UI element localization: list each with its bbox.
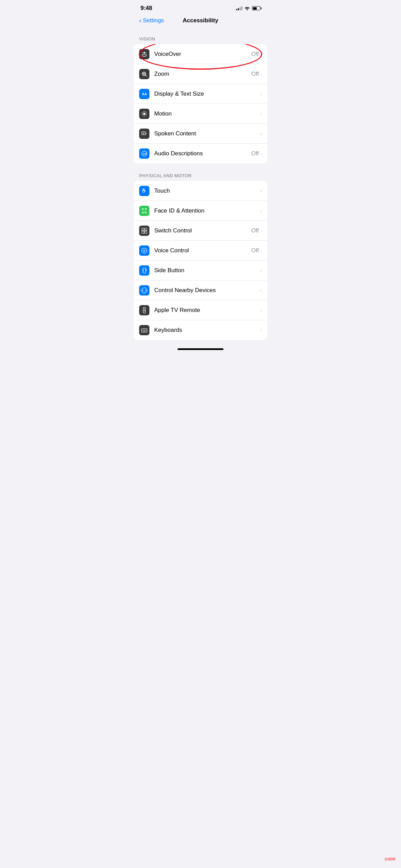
signal-icon (236, 6, 242, 10)
home-indicator (134, 343, 267, 353)
svg-point-29 (144, 309, 145, 310)
zoom-value: Off (251, 71, 259, 77)
spoken-content-row[interactable]: Spoken Content › (134, 124, 267, 144)
wifi-icon (244, 6, 250, 10)
svg-point-17 (143, 210, 144, 211)
back-button[interactable]: ‹ Settings (139, 17, 164, 24)
svg-rect-21 (142, 231, 144, 233)
keyboards-chevron-icon: › (260, 327, 262, 333)
keyboards-label: Keyboards (154, 327, 182, 334)
control-nearby-row[interactable]: Control Nearby Devices › (134, 280, 267, 300)
status-icons (236, 6, 260, 10)
spoken-content-label: Spoken Content (154, 130, 196, 137)
audio-descriptions-icon: AD (139, 148, 149, 159)
svg-rect-15 (142, 212, 143, 213)
switch-control-icon (139, 226, 149, 236)
apple-tv-remote-chevron-icon: › (260, 308, 262, 313)
svg-point-0 (144, 52, 145, 53)
vision-section-label: VISION (134, 29, 267, 44)
voice-control-row[interactable]: Voice Control Off › (134, 241, 267, 261)
nav-bar: ‹ Settings Accessibility (134, 14, 267, 29)
face-id-icon (139, 206, 149, 216)
face-id-row[interactable]: Face ID & Attention › (134, 201, 267, 221)
svg-rect-22 (145, 231, 147, 233)
keyboards-icon (139, 325, 149, 335)
voiceover-label: VoiceOver (154, 51, 181, 58)
svg-line-2 (145, 75, 147, 76)
audio-descriptions-row[interactable]: AD Audio Descriptions Off › (134, 144, 267, 164)
svg-rect-19 (142, 228, 144, 230)
back-label: Settings (143, 17, 164, 24)
side-button-icon (139, 265, 149, 276)
switch-control-value: Off (251, 227, 259, 234)
control-nearby-icon (139, 285, 149, 296)
vision-group: VoiceOver Off › Zoom Off › (134, 44, 267, 164)
control-nearby-chevron-icon: › (260, 288, 262, 293)
back-chevron-icon: ‹ (139, 16, 142, 24)
svg-rect-16 (145, 212, 147, 213)
touch-chevron-icon: › (260, 188, 262, 194)
side-button-chevron-icon: › (260, 268, 262, 273)
page-title: Accessibility (183, 17, 218, 24)
svg-rect-32 (142, 329, 147, 332)
display-label: Display & Text Size (154, 91, 204, 97)
side-button-row[interactable]: Side Button › (134, 261, 267, 280)
control-nearby-label: Control Nearby Devices (154, 287, 216, 294)
face-id-label: Face ID & Attention (154, 207, 204, 214)
svg-point-6 (143, 112, 146, 115)
voiceover-row[interactable]: VoiceOver Off › (134, 44, 267, 64)
motion-chevron-icon: › (260, 111, 262, 117)
svg-point-23 (142, 248, 147, 253)
audio-descriptions-value: Off (251, 150, 259, 157)
apple-tv-remote-label: Apple TV Remote (154, 307, 200, 314)
voice-control-icon (139, 245, 149, 256)
switch-control-label: Switch Control (154, 227, 192, 234)
audio-descriptions-label: Audio Descriptions (154, 150, 203, 157)
spoken-content-icon (139, 129, 149, 139)
svg-point-18 (145, 210, 146, 211)
physical-motor-group: Touch › Face ID & Attention › (134, 181, 267, 340)
voiceover-icon (139, 49, 149, 59)
voice-control-label: Voice Control (154, 247, 189, 254)
svg-text:AD: AD (143, 152, 147, 155)
motion-icon (139, 109, 149, 119)
physical-motor-section-label: PHYSICAL AND MOTOR (134, 166, 267, 181)
svg-rect-13 (142, 208, 143, 209)
face-id-chevron-icon: › (260, 208, 262, 214)
svg-text:AA: AA (142, 92, 147, 96)
keyboards-row[interactable]: Keyboards › (134, 320, 267, 340)
display-text-size-row[interactable]: AA Display & Text Size › (134, 84, 267, 104)
touch-icon (139, 186, 149, 196)
zoom-icon (139, 69, 149, 79)
touch-row[interactable]: Touch › (134, 181, 267, 201)
svg-rect-20 (145, 228, 147, 230)
apple-tv-remote-row[interactable]: Apple TV Remote › (134, 300, 267, 320)
voice-control-value: Off (251, 247, 259, 254)
home-bar (178, 348, 223, 350)
spoken-content-chevron-icon: › (260, 131, 262, 136)
motion-row[interactable]: Motion › (134, 104, 267, 124)
zoom-chevron-icon: › (260, 71, 262, 77)
touch-label: Touch (154, 188, 170, 194)
voiceover-value: Off (251, 51, 259, 58)
svg-rect-14 (145, 208, 147, 209)
svg-rect-8 (142, 132, 146, 135)
motion-label: Motion (154, 110, 172, 117)
switch-control-chevron-icon: › (260, 228, 262, 233)
battery-icon (252, 6, 260, 10)
voice-control-chevron-icon: › (260, 248, 262, 253)
side-button-label: Side Button (154, 267, 184, 274)
audio-descriptions-chevron-icon: › (260, 151, 262, 156)
svg-point-27 (144, 291, 145, 292)
zoom-row[interactable]: Zoom Off › (134, 64, 267, 84)
zoom-label: Zoom (154, 71, 169, 77)
status-bar: 9:48 (134, 0, 267, 14)
display-icon: AA (139, 89, 149, 99)
display-chevron-icon: › (260, 91, 262, 97)
voiceover-chevron-icon: › (260, 51, 262, 57)
apple-tv-remote-icon (139, 305, 149, 315)
svg-rect-26 (143, 288, 146, 293)
status-time: 9:48 (141, 5, 152, 12)
switch-control-row[interactable]: Switch Control Off › (134, 221, 267, 241)
